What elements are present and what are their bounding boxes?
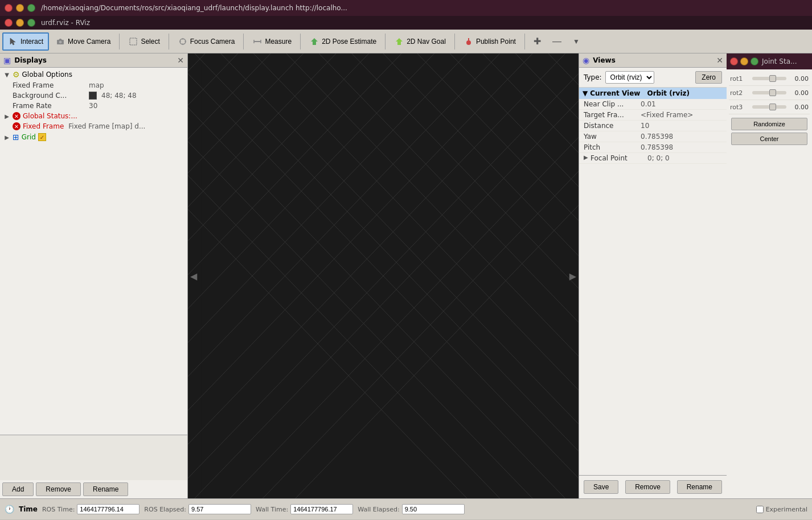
plus-icon: ✚ xyxy=(534,36,541,47)
views-close-button[interactable]: ✕ xyxy=(716,56,723,65)
fixed-frame-error-icon: ✕ xyxy=(13,122,20,130)
ros-elapsed-input[interactable] xyxy=(188,504,251,514)
focal-point-row[interactable]: ▶ Focal Point 0; 0; 0 xyxy=(579,153,727,164)
fixed-frame-value: map xyxy=(89,81,184,89)
experimental-checkbox[interactable] xyxy=(756,506,764,513)
joint-rot1-value: 0.00 xyxy=(789,75,809,82)
displays-buttons: Add Remove Rename xyxy=(0,480,187,498)
randomize-button[interactable]: Randomize xyxy=(731,118,807,130)
remove-view-button[interactable]: Remove xyxy=(625,480,670,494)
frame-rate-item: Frame Rate 30 xyxy=(1,101,186,111)
views-type-row: Type: Orbit (rviz) Zero xyxy=(579,68,727,88)
distance-value: 10 xyxy=(641,122,722,130)
interact-button[interactable]: Interact xyxy=(2,32,49,51)
publish-point-button[interactable]: Publish Point xyxy=(458,32,521,51)
current-view-section: ▼ Current View Orbit (rviz) Near Clip ..… xyxy=(579,88,727,475)
joint-min-btn[interactable] xyxy=(740,57,748,65)
app-close-btn[interactable] xyxy=(5,19,13,27)
close-btn[interactable] xyxy=(5,4,13,12)
rename-view-button[interactable]: Rename xyxy=(677,480,722,494)
ros-time-input[interactable] xyxy=(77,504,140,514)
move-camera-button[interactable]: Move Camera xyxy=(50,32,116,51)
joint-rot3-slider[interactable] xyxy=(752,102,786,112)
ros-time-field: ROS Time: xyxy=(42,504,140,514)
displays-panel: ▣ Displays ✕ ▼ ⚙ Global Options Fixed Fr… xyxy=(0,53,188,498)
2d-nav-button[interactable]: 2D Nav Goal xyxy=(389,32,451,51)
minimize-btn[interactable] xyxy=(16,4,24,12)
joint-panel: Joint Sta... rot1 0.00 rot2 0.0 xyxy=(727,53,812,498)
select-icon xyxy=(128,36,138,47)
toolbar-sep-3 xyxy=(243,34,244,49)
svg-point-13 xyxy=(466,40,471,45)
bg-color-value: 48; 48; 48 xyxy=(101,92,184,100)
measure-button[interactable]: Measure xyxy=(247,32,297,51)
views-zero-button[interactable]: Zero xyxy=(695,71,722,84)
svg-marker-11 xyxy=(311,38,318,45)
fixed-frame-error-value: Fixed Frame [map] d... xyxy=(68,122,184,130)
joint-titlebar: Joint Sta... xyxy=(727,53,812,69)
grid-canvas xyxy=(188,53,579,498)
wall-time-input[interactable] xyxy=(290,504,353,514)
target-frame-row: Target Fra... <Fixed Frame> xyxy=(579,110,727,121)
titlebar: /home/xiaoqiang/Documents/ros/src/xiaoqi… xyxy=(0,0,812,16)
views-icon: ◉ xyxy=(583,56,589,65)
wall-elapsed-input[interactable] xyxy=(402,504,465,514)
center-button[interactable]: Center xyxy=(731,133,807,145)
grid-checkbox[interactable]: ✓ xyxy=(38,133,46,141)
toolbar: Interact Move Camera Select Focus Camera… xyxy=(0,30,812,53)
joint-close-btn[interactable] xyxy=(730,57,738,65)
select-button[interactable]: Select xyxy=(123,32,165,51)
joint-rot2-row: rot2 0.00 xyxy=(729,86,810,100)
rename-display-button[interactable]: Rename xyxy=(83,482,128,496)
global-options-icon: ⚙ xyxy=(13,70,20,79)
focal-point-value: 0; 0; 0 xyxy=(647,154,722,162)
viewport[interactable]: ◀ ▶ xyxy=(188,53,579,498)
add-display-button[interactable]: Add xyxy=(2,482,34,496)
current-view-arrow: ▼ xyxy=(583,89,588,97)
pitch-row: Pitch 0.785398 xyxy=(579,142,727,153)
app-min-btn[interactable] xyxy=(16,19,24,27)
maximize-btn[interactable] xyxy=(27,4,35,12)
grid-item[interactable]: ▶ ⊞ Grid ✓ xyxy=(1,131,186,143)
viewport-arrow-right[interactable]: ▶ xyxy=(567,269,579,284)
target-frame-value: <Fixed Frame> xyxy=(641,111,722,119)
camera-icon xyxy=(55,36,65,47)
time-label: Time xyxy=(19,505,38,513)
current-view-header[interactable]: ▼ Current View Orbit (rviz) xyxy=(579,88,727,99)
global-options-item[interactable]: ▼ ⚙ Global Options xyxy=(1,69,186,80)
views-type-select[interactable]: Orbit (rviz) xyxy=(605,71,654,84)
main-layout: ▣ Displays ✕ ▼ ⚙ Global Options Fixed Fr… xyxy=(0,53,812,498)
displays-header: ▣ Displays ✕ xyxy=(0,53,187,68)
displays-close-button[interactable]: ✕ xyxy=(177,56,184,65)
global-status-arrow: ▶ xyxy=(3,113,10,119)
arrow-icon-button[interactable]: ▼ xyxy=(568,32,585,51)
fixed-frame-error-label: Fixed Frame xyxy=(23,122,64,130)
joint-rot1-slider[interactable] xyxy=(752,74,786,83)
add-icon-button[interactable]: ✚ xyxy=(528,32,546,51)
views-panel: ◉ Views ✕ Type: Orbit (rviz) Zero ▼ Curr… xyxy=(579,53,727,498)
displays-bottom xyxy=(0,435,187,480)
joint-rot2-slider[interactable] xyxy=(752,88,786,97)
toolbar-sep-2 xyxy=(169,34,169,49)
save-view-button[interactable]: Save xyxy=(584,480,618,494)
joint-content: rot1 0.00 rot2 0.00 rot3 xyxy=(727,69,812,498)
2d-pose-button[interactable]: 2D Pose Estimate xyxy=(304,32,382,51)
minus-icon-button[interactable]: — xyxy=(547,32,567,51)
distance-row: Distance 10 xyxy=(579,121,727,131)
viewport-arrow-left[interactable]: ◀ xyxy=(188,269,199,284)
bg-color-swatch xyxy=(89,92,97,100)
near-clip-label: Near Clip ... xyxy=(584,100,641,108)
focus-camera-button[interactable]: Focus Camera xyxy=(173,32,240,51)
joint-buttons: Randomize Center xyxy=(729,114,810,148)
global-status-item[interactable]: ▶ ✕ Global Status:... xyxy=(1,111,186,121)
arrow-icon: ▼ xyxy=(573,38,580,46)
joint-max-btn[interactable] xyxy=(751,57,758,65)
app-max-btn[interactable] xyxy=(27,19,35,27)
views-header: ◉ Views ✕ xyxy=(579,53,727,68)
displays-tree: ▼ ⚙ Global Options Fixed Frame map Backg… xyxy=(0,68,187,435)
remove-display-button[interactable]: Remove xyxy=(36,482,81,496)
near-clip-row: Near Clip ... 0.01 xyxy=(579,99,727,110)
joint-rot2-value: 0.00 xyxy=(789,89,809,97)
titlebar-buttons xyxy=(5,4,35,12)
grid-icon: ⊞ xyxy=(13,133,19,142)
